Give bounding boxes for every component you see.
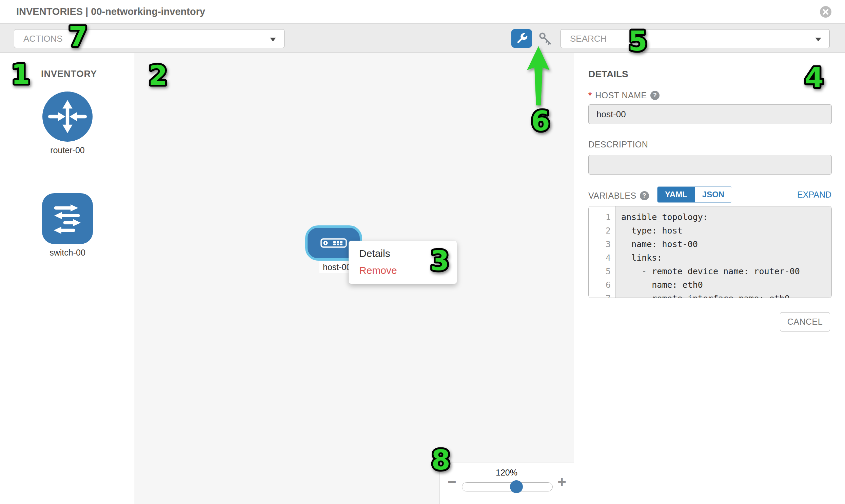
wrench-icon [515,32,529,46]
node-context-menu: Details Remove [349,241,457,284]
sidebar-item-label: switch-00 [42,248,93,257]
host-device-icon [320,238,347,248]
sidebar-heading: INVENTORY [41,69,97,79]
inventory-topology-app: INVENTORIES | 00-networking-inventory AC… [0,0,845,504]
code-line: ansible_topology: [621,211,831,224]
sidebar-item-label: router-00 [42,145,93,155]
description-label: DESCRIPTION [588,140,648,149]
close-icon[interactable] [820,6,831,18]
inventory-sidebar: INVENTORY router-00 [0,53,135,504]
details-panel: DETAILS * HOST NAME ? DESCRIPTION VARIAB… [575,53,845,504]
router-icon [42,91,92,142]
zoom-control-panel: 120% − + [439,463,574,504]
zoom-level-value: 120% [439,468,574,478]
page-title: INVENTORIES | 00-networking-inventory [16,0,205,23]
cancel-button[interactable]: CANCEL [780,312,830,331]
code-line: remote_interface_name: eth0 [621,292,831,298]
zoom-out-button[interactable]: − [447,474,456,489]
line-number: 5 [589,265,615,278]
credentials-key-button[interactable] [536,29,555,48]
help-icon[interactable]: ? [640,191,649,200]
description-field[interactable] [588,155,832,175]
actions-dropdown[interactable]: ACTIONS [14,29,284,48]
code-line: links: [621,251,831,265]
tab-json[interactable]: JSON [695,187,732,202]
expand-link[interactable]: EXPAND [797,190,831,200]
line-number: 6 [589,278,615,292]
line-number: 2 [589,224,615,238]
zoom-slider-thumb[interactable] [510,480,523,493]
host-name-label-row: * HOST NAME ? [588,90,659,101]
code-line: name: host-00 [621,238,831,251]
search-dropdown[interactable]: SEARCH [561,29,830,48]
variables-code-editor[interactable]: 1 2 3 4 5 6 7 ansible_topology: type: ho… [588,206,832,298]
details-heading: DETAILS [588,69,628,80]
menu-item-remove[interactable]: Remove [349,262,457,279]
code-line: - remote_device_name: router-00 [621,265,831,278]
sidebar-item-router[interactable]: router-00 [42,91,93,155]
search-dropdown-label: SEARCH [570,34,606,44]
code-line: type: host [621,224,831,238]
main-area: INVENTORY router-00 [0,53,845,504]
chevron-down-icon [815,38,821,41]
menu-item-details[interactable]: Details [349,245,457,262]
configure-tools-button[interactable] [511,29,532,48]
line-number: 3 [589,238,615,251]
line-number: 1 [589,211,615,224]
variables-format-toggle: YAML JSON [657,186,732,203]
switch-icon [42,193,93,244]
toolbar: ACTIONS SEARCH [0,24,845,53]
help-icon[interactable]: ? [650,91,659,100]
header-bar: INVENTORIES | 00-networking-inventory [0,0,845,24]
variables-label: VARIABLES [588,191,636,201]
actions-dropdown-label: ACTIONS [23,34,63,44]
chevron-down-icon [270,38,276,41]
code-content: ansible_topology: type: host name: host-… [616,206,831,298]
sidebar-item-switch[interactable]: switch-00 [42,193,93,257]
topology-canvas[interactable]: host-00 Details Remove 120% − + [135,53,574,504]
x-glyph [823,9,829,15]
tab-yaml[interactable]: YAML [657,187,695,202]
variables-label-row: VARIABLES ? [588,191,649,201]
host-name-field[interactable] [588,104,832,124]
required-marker: * [588,90,592,101]
zoom-in-button[interactable]: + [558,474,566,489]
code-line-numbers: 1 2 3 4 5 6 7 [589,206,616,298]
key-icon [538,32,552,46]
description-label-row: DESCRIPTION [588,140,648,149]
line-number: 7 [589,292,615,298]
host-name-label: HOST NAME [595,90,647,100]
line-number: 4 [589,251,615,265]
zoom-slider-track[interactable] [462,482,553,491]
code-line: name: eth0 [621,278,831,292]
